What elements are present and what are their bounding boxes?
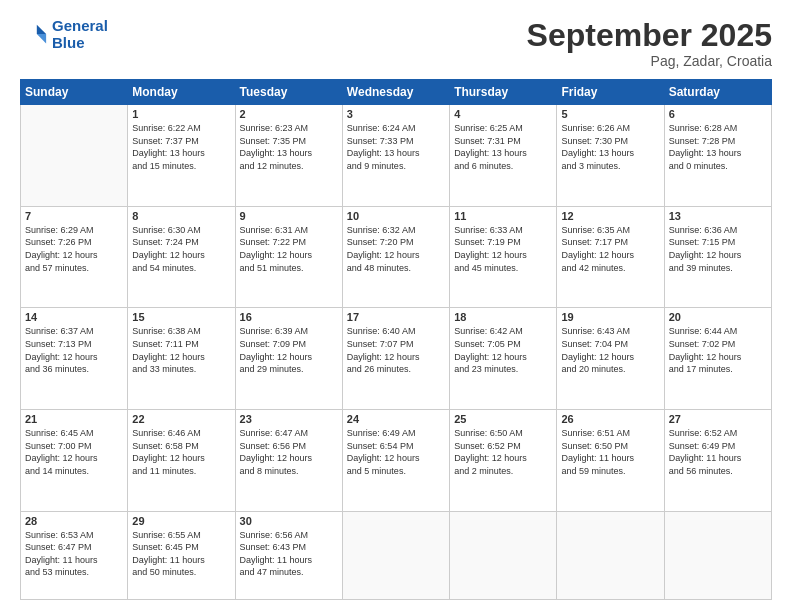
calendar-cell: 9Sunrise: 6:31 AM Sunset: 7:22 PM Daylig…: [235, 206, 342, 308]
calendar-cell: 5Sunrise: 6:26 AM Sunset: 7:30 PM Daylig…: [557, 105, 664, 207]
day-number: 24: [347, 413, 445, 425]
day-info: Sunrise: 6:39 AM Sunset: 7:09 PM Dayligh…: [240, 325, 338, 375]
calendar-cell: [664, 511, 771, 599]
calendar-row-4: 28Sunrise: 6:53 AM Sunset: 6:47 PM Dayli…: [21, 511, 772, 599]
header: General Blue September 2025 Pag, Zadar, …: [20, 18, 772, 69]
day-info: Sunrise: 6:32 AM Sunset: 7:20 PM Dayligh…: [347, 224, 445, 274]
day-info: Sunrise: 6:46 AM Sunset: 6:58 PM Dayligh…: [132, 427, 230, 477]
logo: General Blue: [20, 18, 108, 51]
day-number: 3: [347, 108, 445, 120]
calendar-cell: 10Sunrise: 6:32 AM Sunset: 7:20 PM Dayli…: [342, 206, 449, 308]
day-number: 14: [25, 311, 123, 323]
day-info: Sunrise: 6:47 AM Sunset: 6:56 PM Dayligh…: [240, 427, 338, 477]
calendar-cell: [557, 511, 664, 599]
day-info: Sunrise: 6:31 AM Sunset: 7:22 PM Dayligh…: [240, 224, 338, 274]
day-number: 16: [240, 311, 338, 323]
day-number: 17: [347, 311, 445, 323]
header-thursday: Thursday: [450, 80, 557, 105]
day-info: Sunrise: 6:33 AM Sunset: 7:19 PM Dayligh…: [454, 224, 552, 274]
calendar-cell: [21, 105, 128, 207]
weekday-header-row: Sunday Monday Tuesday Wednesday Thursday…: [21, 80, 772, 105]
day-info: Sunrise: 6:24 AM Sunset: 7:33 PM Dayligh…: [347, 122, 445, 172]
header-tuesday: Tuesday: [235, 80, 342, 105]
page: General Blue September 2025 Pag, Zadar, …: [0, 0, 792, 612]
calendar-cell: 13Sunrise: 6:36 AM Sunset: 7:15 PM Dayli…: [664, 206, 771, 308]
day-number: 27: [669, 413, 767, 425]
day-number: 6: [669, 108, 767, 120]
calendar-cell: 25Sunrise: 6:50 AM Sunset: 6:52 PM Dayli…: [450, 409, 557, 511]
day-info: Sunrise: 6:28 AM Sunset: 7:28 PM Dayligh…: [669, 122, 767, 172]
day-info: Sunrise: 6:55 AM Sunset: 6:45 PM Dayligh…: [132, 529, 230, 579]
month-title: September 2025: [527, 18, 772, 53]
calendar-cell: 2Sunrise: 6:23 AM Sunset: 7:35 PM Daylig…: [235, 105, 342, 207]
day-info: Sunrise: 6:29 AM Sunset: 7:26 PM Dayligh…: [25, 224, 123, 274]
day-info: Sunrise: 6:42 AM Sunset: 7:05 PM Dayligh…: [454, 325, 552, 375]
day-number: 22: [132, 413, 230, 425]
calendar-cell: 19Sunrise: 6:43 AM Sunset: 7:04 PM Dayli…: [557, 308, 664, 410]
calendar-cell: 4Sunrise: 6:25 AM Sunset: 7:31 PM Daylig…: [450, 105, 557, 207]
day-info: Sunrise: 6:26 AM Sunset: 7:30 PM Dayligh…: [561, 122, 659, 172]
calendar-cell: 20Sunrise: 6:44 AM Sunset: 7:02 PM Dayli…: [664, 308, 771, 410]
day-info: Sunrise: 6:56 AM Sunset: 6:43 PM Dayligh…: [240, 529, 338, 579]
day-info: Sunrise: 6:25 AM Sunset: 7:31 PM Dayligh…: [454, 122, 552, 172]
day-number: 26: [561, 413, 659, 425]
day-info: Sunrise: 6:51 AM Sunset: 6:50 PM Dayligh…: [561, 427, 659, 477]
calendar-cell: 1Sunrise: 6:22 AM Sunset: 7:37 PM Daylig…: [128, 105, 235, 207]
calendar-cell: 17Sunrise: 6:40 AM Sunset: 7:07 PM Dayli…: [342, 308, 449, 410]
day-info: Sunrise: 6:40 AM Sunset: 7:07 PM Dayligh…: [347, 325, 445, 375]
day-number: 21: [25, 413, 123, 425]
calendar-cell: [450, 511, 557, 599]
day-number: 5: [561, 108, 659, 120]
day-info: Sunrise: 6:38 AM Sunset: 7:11 PM Dayligh…: [132, 325, 230, 375]
day-info: Sunrise: 6:44 AM Sunset: 7:02 PM Dayligh…: [669, 325, 767, 375]
day-info: Sunrise: 6:36 AM Sunset: 7:15 PM Dayligh…: [669, 224, 767, 274]
calendar-cell: 30Sunrise: 6:56 AM Sunset: 6:43 PM Dayli…: [235, 511, 342, 599]
day-number: 9: [240, 210, 338, 222]
calendar-cell: 18Sunrise: 6:42 AM Sunset: 7:05 PM Dayli…: [450, 308, 557, 410]
calendar-row-3: 21Sunrise: 6:45 AM Sunset: 7:00 PM Dayli…: [21, 409, 772, 511]
day-info: Sunrise: 6:30 AM Sunset: 7:24 PM Dayligh…: [132, 224, 230, 274]
calendar-row-1: 7Sunrise: 6:29 AM Sunset: 7:26 PM Daylig…: [21, 206, 772, 308]
day-info: Sunrise: 6:22 AM Sunset: 7:37 PM Dayligh…: [132, 122, 230, 172]
logo-icon: [20, 21, 48, 49]
day-number: 30: [240, 515, 338, 527]
day-number: 8: [132, 210, 230, 222]
header-monday: Monday: [128, 80, 235, 105]
day-number: 4: [454, 108, 552, 120]
calendar-cell: 24Sunrise: 6:49 AM Sunset: 6:54 PM Dayli…: [342, 409, 449, 511]
header-sunday: Sunday: [21, 80, 128, 105]
logo-text: General Blue: [52, 18, 108, 51]
svg-marker-0: [37, 24, 46, 33]
calendar-cell: 27Sunrise: 6:52 AM Sunset: 6:49 PM Dayli…: [664, 409, 771, 511]
header-saturday: Saturday: [664, 80, 771, 105]
calendar-cell: 21Sunrise: 6:45 AM Sunset: 7:00 PM Dayli…: [21, 409, 128, 511]
day-number: 12: [561, 210, 659, 222]
calendar-cell: 8Sunrise: 6:30 AM Sunset: 7:24 PM Daylig…: [128, 206, 235, 308]
day-number: 23: [240, 413, 338, 425]
day-number: 25: [454, 413, 552, 425]
day-info: Sunrise: 6:52 AM Sunset: 6:49 PM Dayligh…: [669, 427, 767, 477]
calendar-row-0: 1Sunrise: 6:22 AM Sunset: 7:37 PM Daylig…: [21, 105, 772, 207]
calendar-cell: 12Sunrise: 6:35 AM Sunset: 7:17 PM Dayli…: [557, 206, 664, 308]
day-number: 10: [347, 210, 445, 222]
calendar-cell: 26Sunrise: 6:51 AM Sunset: 6:50 PM Dayli…: [557, 409, 664, 511]
logo-general: General: [52, 17, 108, 34]
calendar-cell: 7Sunrise: 6:29 AM Sunset: 7:26 PM Daylig…: [21, 206, 128, 308]
calendar-cell: 14Sunrise: 6:37 AM Sunset: 7:13 PM Dayli…: [21, 308, 128, 410]
day-number: 19: [561, 311, 659, 323]
day-info: Sunrise: 6:37 AM Sunset: 7:13 PM Dayligh…: [25, 325, 123, 375]
day-number: 11: [454, 210, 552, 222]
day-info: Sunrise: 6:35 AM Sunset: 7:17 PM Dayligh…: [561, 224, 659, 274]
day-number: 2: [240, 108, 338, 120]
day-info: Sunrise: 6:50 AM Sunset: 6:52 PM Dayligh…: [454, 427, 552, 477]
day-number: 18: [454, 311, 552, 323]
day-number: 1: [132, 108, 230, 120]
day-info: Sunrise: 6:45 AM Sunset: 7:00 PM Dayligh…: [25, 427, 123, 477]
calendar-row-2: 14Sunrise: 6:37 AM Sunset: 7:13 PM Dayli…: [21, 308, 772, 410]
calendar-cell: 15Sunrise: 6:38 AM Sunset: 7:11 PM Dayli…: [128, 308, 235, 410]
location-subtitle: Pag, Zadar, Croatia: [527, 53, 772, 69]
calendar-cell: 28Sunrise: 6:53 AM Sunset: 6:47 PM Dayli…: [21, 511, 128, 599]
calendar-table: Sunday Monday Tuesday Wednesday Thursday…: [20, 79, 772, 600]
calendar-cell: 29Sunrise: 6:55 AM Sunset: 6:45 PM Dayli…: [128, 511, 235, 599]
day-number: 13: [669, 210, 767, 222]
